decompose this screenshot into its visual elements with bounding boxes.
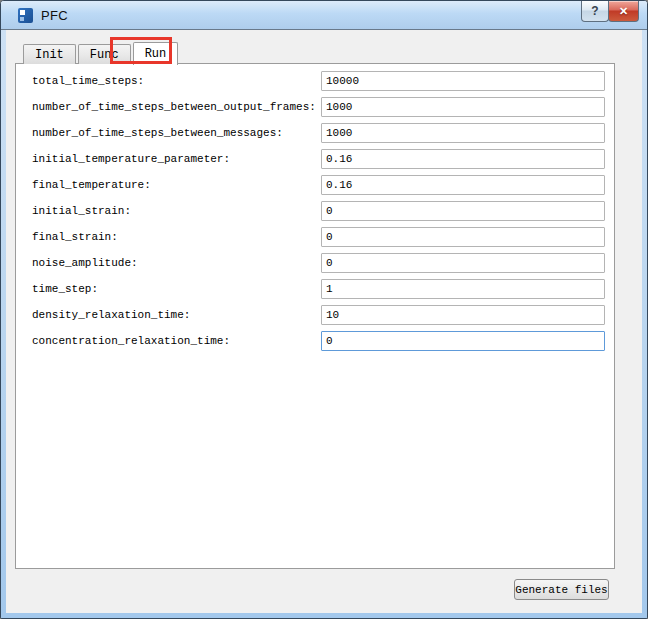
client-area: InitFuncRun total_time_steps:number_of_t… bbox=[6, 31, 642, 613]
window-title: PFC bbox=[41, 8, 68, 23]
field-label: noise_amplitude: bbox=[32, 257, 138, 269]
field-label: initial_strain: bbox=[32, 205, 131, 217]
form-row: noise_amplitude: bbox=[16, 250, 614, 276]
form-row: initial_strain: bbox=[16, 198, 614, 224]
form-row: initial_temperature_parameter: bbox=[16, 146, 614, 172]
field-label: number_of_time_steps_between_messages: bbox=[32, 127, 283, 139]
tab-bar: InitFuncRun bbox=[23, 41, 180, 64]
field-input-noise_amplitude[interactable] bbox=[321, 253, 605, 273]
field-label: density_relaxation_time: bbox=[32, 309, 190, 321]
form-row: number_of_time_steps_between_output_fram… bbox=[16, 94, 614, 120]
field-input-initial_strain[interactable] bbox=[321, 201, 605, 221]
field-input-final_strain[interactable] bbox=[321, 227, 605, 247]
form-row: concentration_relaxation_time: bbox=[16, 328, 614, 354]
field-input-total_time_steps[interactable] bbox=[321, 71, 605, 91]
help-button[interactable]: ? bbox=[581, 1, 609, 22]
tab-init[interactable]: Init bbox=[23, 44, 76, 64]
help-icon: ? bbox=[591, 4, 598, 18]
form-row: time_step: bbox=[16, 276, 614, 302]
field-label: final_strain: bbox=[32, 231, 118, 243]
form-row: final_temperature: bbox=[16, 172, 614, 198]
field-label: total_time_steps: bbox=[32, 75, 144, 87]
form-row: number_of_time_steps_between_messages: bbox=[16, 120, 614, 146]
pfc-window: PFC ? ✕ InitFuncRun total_time_steps:num… bbox=[0, 0, 648, 619]
field-input-density_relaxation_time[interactable] bbox=[321, 305, 605, 325]
field-input-number_of_time_steps_between_output_frames[interactable] bbox=[321, 97, 605, 117]
field-label: concentration_relaxation_time: bbox=[32, 335, 230, 347]
titlebar[interactable]: PFC bbox=[1, 1, 647, 30]
tab-run[interactable]: Run bbox=[133, 42, 179, 65]
field-input-initial_temperature_parameter[interactable] bbox=[321, 149, 605, 169]
field-label: time_step: bbox=[32, 283, 98, 295]
tab-pane-run: total_time_steps:number_of_time_steps_be… bbox=[15, 63, 615, 569]
form-row: final_strain: bbox=[16, 224, 614, 250]
field-label: initial_temperature_parameter: bbox=[32, 153, 230, 165]
generate-files-button[interactable]: Generate files bbox=[514, 579, 609, 600]
field-input-number_of_time_steps_between_messages[interactable] bbox=[321, 123, 605, 143]
form-row: total_time_steps: bbox=[16, 68, 614, 94]
close-icon: ✕ bbox=[619, 5, 628, 18]
field-label: number_of_time_steps_between_output_fram… bbox=[32, 101, 316, 113]
close-button[interactable]: ✕ bbox=[608, 1, 639, 22]
field-label: final_temperature: bbox=[32, 179, 151, 191]
tab-func[interactable]: Func bbox=[78, 44, 131, 64]
field-input-time_step[interactable] bbox=[321, 279, 605, 299]
field-input-final_temperature[interactable] bbox=[321, 175, 605, 195]
field-input-concentration_relaxation_time[interactable] bbox=[321, 331, 605, 351]
app-icon bbox=[18, 8, 33, 23]
form-row: density_relaxation_time: bbox=[16, 302, 614, 328]
